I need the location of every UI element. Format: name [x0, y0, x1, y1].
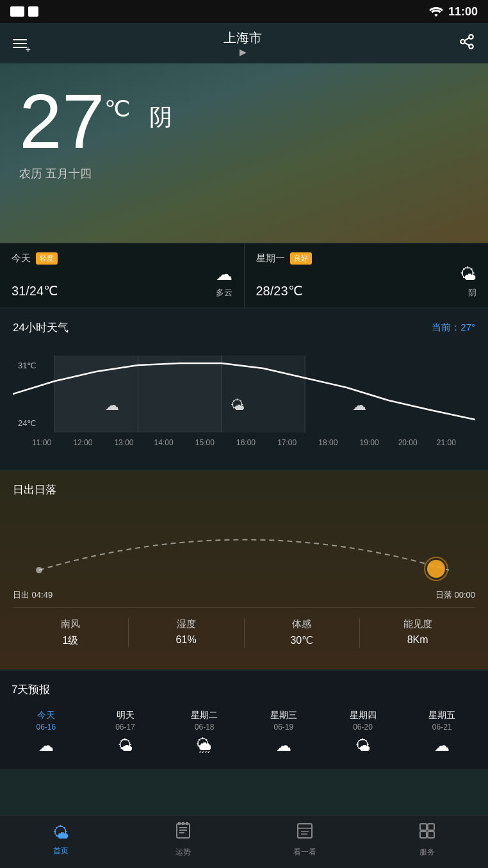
current-temp: 当前：27°: [432, 322, 475, 334]
today-temp: 31/24℃: [12, 283, 58, 299]
svg-point-30: [36, 567, 42, 573]
svg-rect-45: [428, 831, 434, 838]
svg-rect-36: [178, 822, 181, 825]
svg-text:12:00: 12:00: [73, 438, 92, 447]
svg-text:☁: ☁: [105, 397, 119, 413]
visibility-value: 8Km: [360, 634, 475, 646]
tomorrow-temp: 28/23℃: [256, 283, 302, 299]
battery-icon-2: [28, 6, 38, 17]
wifi-icon: [429, 6, 443, 17]
humidity-label: 湿度: [129, 618, 244, 630]
sunset-time: 日落 00:00: [435, 589, 475, 601]
svg-rect-44: [420, 831, 427, 838]
forecast-day-06-17[interactable]: 明天 06-17 🌤: [86, 706, 165, 762]
svg-text:18:00: 18:00: [318, 438, 338, 447]
hourly-title: 24小时天气: [13, 320, 69, 335]
tomorrow-aqi-badge: 良好: [290, 252, 312, 265]
today-weather-icon: ☁: [216, 265, 232, 284]
forecast-day-06-16[interactable]: 今天 06-16 ☁: [6, 706, 86, 762]
svg-text:16:00: 16:00: [236, 438, 256, 447]
look-nav-label: 看一看: [244, 847, 366, 858]
svg-line-4: [464, 38, 469, 40]
services-nav-label: 服务: [366, 847, 489, 858]
forecast-title: 7天预报: [6, 682, 482, 697]
svg-text:21:00: 21:00: [437, 438, 456, 447]
svg-text:20:00: 20:00: [398, 438, 418, 447]
forecast-day-06-20[interactable]: 星期四 06-20 🌤: [323, 706, 403, 762]
visibility-detail: 能见度 8Km: [359, 618, 475, 648]
sunrise-arc: [13, 506, 475, 583]
fortune-nav-label: 运势: [122, 847, 245, 858]
humidity-value: 61%: [129, 634, 244, 646]
top-bar: + 上海市 ▶: [0, 23, 488, 63]
status-time: 11:00: [448, 5, 478, 19]
location-icon: ▶: [224, 47, 262, 57]
nav-home[interactable]: 🌤 首页: [0, 823, 122, 856]
visibility-label: 能见度: [360, 618, 475, 630]
weather-details: 南风 1级 湿度 61% 体感 30℃ 能见度 8Km: [13, 607, 475, 658]
tomorrow-label: 星期一 良好: [256, 252, 477, 265]
svg-point-2: [469, 44, 473, 49]
fortune-nav-icon: [122, 822, 245, 844]
svg-text:14:00: 14:00: [154, 438, 174, 447]
svg-rect-43: [428, 824, 434, 830]
daily-forecast-row: 今天 轻度 31/24℃ ☁ 多云 星期一 良好 28/23℃ 🌤 阴: [0, 243, 488, 307]
svg-text:11:00: 11:00: [32, 438, 51, 447]
menu-button[interactable]: +: [13, 39, 27, 48]
feels-like-value: 30℃: [245, 634, 360, 646]
humidity-detail: 湿度 61%: [128, 618, 244, 648]
feels-like-detail: 体感 30℃: [244, 618, 360, 648]
svg-text:24℃: 24℃: [18, 418, 37, 428]
hero-section: 27 ℃ 阴 农历 五月十四: [0, 63, 488, 243]
nav-look[interactable]: 看一看: [244, 822, 366, 858]
sunrise-time: 日出 04:49: [13, 589, 53, 601]
forecast-row: 今天 06-16 ☁ 明天 06-17 🌤 星期二 06-18 🌦 星期三 06…: [6, 706, 482, 762]
share-button[interactable]: [459, 33, 475, 54]
nav-services[interactable]: 服务: [366, 822, 489, 858]
svg-rect-42: [420, 824, 427, 830]
status-icons: [10, 6, 38, 17]
battery-icon: [10, 6, 24, 17]
svg-rect-37: [186, 822, 188, 825]
chart-svg: ☁ 🌤 ☁ 31℃ 24℃ 11:00 12:00 13:00 14:00 15…: [13, 343, 475, 458]
look-nav-icon: [244, 822, 366, 844]
svg-rect-10: [138, 356, 222, 432]
temperature-value: 27: [19, 83, 104, 160]
wind-detail: 南风 1级: [13, 618, 128, 648]
svg-point-0: [469, 35, 473, 39]
sunrise-svg: [13, 506, 475, 583]
svg-text:19:00: 19:00: [360, 438, 379, 447]
home-nav-icon: 🌤: [0, 823, 122, 843]
temperature-unit: ℃: [104, 95, 130, 122]
svg-rect-11: [222, 356, 305, 432]
svg-text:15:00: 15:00: [195, 438, 215, 447]
city-header: 上海市 ▶: [224, 29, 262, 57]
forecast-day-06-19[interactable]: 星期三 06-19 ☁: [244, 706, 323, 762]
sunrise-labels: 日出 04:49 日落 00:00: [13, 589, 475, 601]
sunrise-title: 日出日落: [13, 482, 475, 497]
nav-fortune[interactable]: 运势: [122, 822, 245, 858]
today-forecast[interactable]: 今天 轻度 31/24℃ ☁ 多云: [0, 243, 245, 307]
forecast-day-06-18[interactable]: 星期二 06-18 🌦: [165, 706, 244, 762]
forecast-day-06-21[interactable]: 星期五 06-21 ☁: [402, 706, 482, 762]
status-bar: 11:00: [0, 0, 488, 23]
svg-rect-38: [298, 824, 312, 838]
today-aqi-badge: 轻度: [36, 252, 58, 265]
hourly-section: 24小时天气 当前：27° ☁ 🌤 ☁ 31℃ 24℃ 11:00 12:00: [0, 309, 488, 470]
svg-text:31℃: 31℃: [18, 361, 37, 370]
svg-point-1: [460, 39, 465, 44]
weather-description: 阴: [149, 102, 172, 133]
forecast-section: 7天预报 今天 06-16 ☁ 明天 06-17 🌤 星期二 06-18 🌦 星…: [0, 671, 488, 769]
today-label: 今天 轻度: [12, 252, 232, 265]
svg-text:13:00: 13:00: [114, 438, 133, 447]
svg-point-28: [427, 560, 445, 578]
tomorrow-forecast[interactable]: 星期一 良好 28/23℃ 🌤 阴: [245, 243, 489, 307]
home-nav-label: 首页: [0, 846, 122, 856]
tomorrow-weather-label: 阴: [460, 287, 476, 299]
hourly-chart[interactable]: ☁ 🌤 ☁ 31℃ 24℃ 11:00 12:00 13:00 14:00 15…: [13, 343, 475, 458]
wind-label: 南风: [13, 618, 128, 630]
svg-text:☁: ☁: [352, 397, 366, 413]
today-weather-label: 多云: [216, 287, 232, 299]
lunar-date: 农历 五月十四: [19, 166, 469, 181]
svg-text:🌤: 🌤: [231, 397, 245, 413]
